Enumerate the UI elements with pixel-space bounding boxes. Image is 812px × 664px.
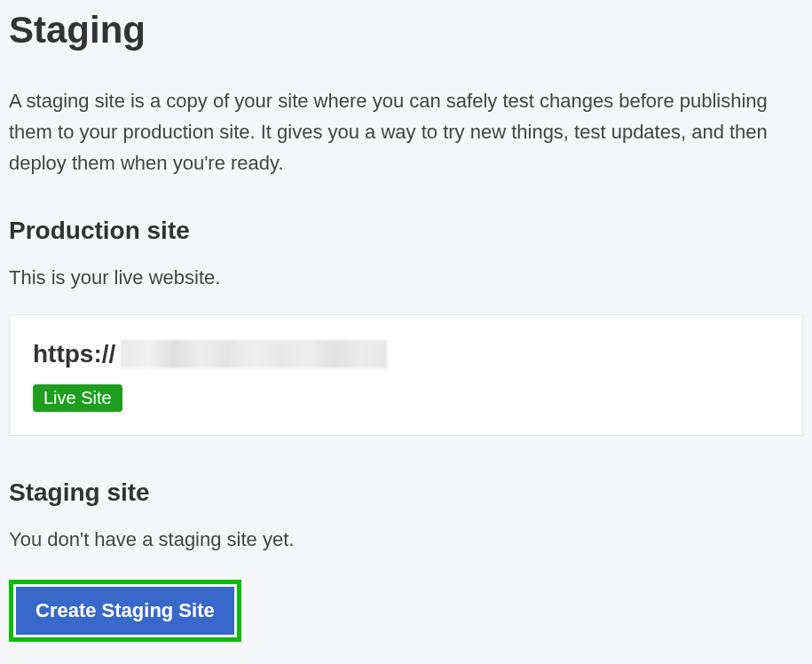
url-protocol-text: https:// <box>33 340 115 368</box>
staging-description: You don't have a staging site yet. <box>9 528 803 551</box>
intro-text: A staging site is a copy of your site wh… <box>9 85 803 179</box>
production-description: This is your live website. <box>9 266 803 289</box>
live-site-badge: Live Site <box>33 384 122 412</box>
production-site-card: https:// Live Site <box>9 314 803 436</box>
production-heading: Production site <box>9 217 803 245</box>
create-button-highlight: Create Staging Site <box>9 580 241 642</box>
create-staging-site-button[interactable]: Create Staging Site <box>15 586 235 636</box>
staging-heading: Staging site <box>9 478 803 507</box>
production-site-url: https:// <box>33 340 779 368</box>
url-redacted <box>121 340 387 368</box>
page-title: Staging <box>9 9 803 51</box>
